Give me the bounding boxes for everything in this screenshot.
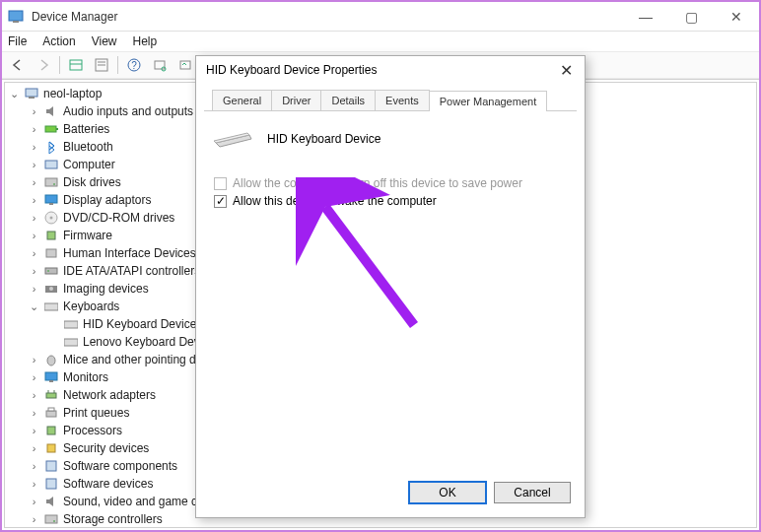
- expand-icon[interactable]: ›: [29, 266, 39, 277]
- toolbar-help-icon[interactable]: ?: [122, 53, 146, 77]
- checkbox-row-wake[interactable]: ✓ Allow this device to wake the computer: [214, 194, 567, 208]
- checkbox-wake-label: Allow this device to wake the computer: [233, 194, 437, 208]
- svg-point-18: [53, 183, 55, 185]
- tab-driver[interactable]: Driver: [271, 90, 321, 110]
- tree-item-label: Batteries: [63, 122, 109, 136]
- collapse-icon[interactable]: ⌄: [9, 89, 20, 100]
- menu-help[interactable]: Help: [133, 34, 158, 48]
- menu-action[interactable]: Action: [42, 34, 75, 48]
- expand-icon[interactable]: ›: [29, 142, 39, 153]
- toolbar-update-icon[interactable]: [173, 53, 197, 77]
- svg-rect-29: [44, 303, 58, 310]
- svg-rect-9: [155, 61, 165, 69]
- expand-icon[interactable]: ›: [29, 372, 39, 383]
- tab-general[interactable]: General: [212, 90, 272, 110]
- expand-icon[interactable]: ›: [29, 195, 39, 206]
- expand-icon[interactable]: ›: [29, 284, 39, 295]
- expand-icon[interactable]: [48, 337, 59, 348]
- svg-rect-12: [26, 89, 37, 97]
- device-icon: [43, 281, 59, 297]
- tree-item-label: Firmware: [63, 229, 112, 242]
- device-icon: [43, 405, 59, 421]
- expand-icon[interactable]: ›: [29, 426, 39, 436]
- expand-icon[interactable]: [48, 319, 59, 330]
- svg-rect-41: [47, 444, 55, 452]
- back-button[interactable]: [6, 53, 30, 77]
- properties-dialog: HID Keyboard Device Properties ✕ General…: [195, 55, 586, 518]
- device-icon: [43, 352, 59, 367]
- expand-icon[interactable]: ›: [29, 461, 39, 472]
- device-icon: [43, 157, 59, 172]
- dialog-titlebar[interactable]: HID Keyboard Device Properties ✕: [196, 56, 585, 84]
- svg-rect-40: [47, 427, 55, 434]
- expand-icon[interactable]: ›: [29, 177, 39, 188]
- tree-item-label: Human Interface Devices: [63, 246, 196, 260]
- svg-rect-15: [56, 128, 58, 130]
- tab-details[interactable]: Details: [320, 90, 376, 110]
- toolbar-scan-icon[interactable]: [148, 53, 172, 77]
- cancel-button[interactable]: Cancel: [494, 482, 571, 503]
- tree-item-label: Software devices: [63, 477, 153, 491]
- tab-strip: General Driver Details Events Power Mana…: [204, 90, 577, 111]
- expand-icon[interactable]: ›: [29, 160, 39, 170]
- keyboard-icon: [43, 299, 59, 314]
- expand-icon[interactable]: ›: [29, 355, 39, 366]
- svg-rect-13: [29, 97, 35, 99]
- svg-rect-19: [45, 195, 57, 203]
- svg-rect-20: [49, 203, 53, 205]
- expand-icon[interactable]: ›: [29, 497, 39, 507]
- tree-item-label: Disk drives: [63, 175, 121, 189]
- expand-icon[interactable]: ›: [29, 124, 39, 135]
- window-title: Device Manager: [32, 10, 623, 24]
- expand-icon[interactable]: ›: [29, 514, 39, 525]
- tree-item-label: Print queues: [63, 406, 129, 420]
- svg-point-28: [49, 287, 53, 291]
- dialog-close-button[interactable]: ✕: [551, 61, 581, 80]
- svg-point-45: [53, 520, 55, 522]
- tree-item-label: IDE ATA/ATAPI controllers: [63, 264, 200, 278]
- svg-rect-42: [46, 461, 56, 471]
- ok-button[interactable]: OK: [409, 482, 486, 503]
- device-icon: [43, 210, 59, 226]
- tree-item-label: DVD/CD-ROM drives: [63, 211, 174, 225]
- collapse-icon[interactable]: ⌄: [29, 301, 39, 312]
- expand-icon[interactable]: ›: [29, 231, 39, 241]
- device-icon: [43, 263, 59, 279]
- svg-rect-1: [13, 21, 19, 23]
- svg-rect-43: [46, 479, 56, 489]
- expand-icon[interactable]: ›: [29, 408, 39, 419]
- tab-events[interactable]: Events: [375, 90, 430, 110]
- menu-view[interactable]: View: [92, 34, 117, 48]
- expand-icon[interactable]: ›: [29, 106, 39, 117]
- device-icon: [43, 121, 59, 137]
- svg-point-22: [50, 217, 53, 220]
- device-icon: [43, 423, 59, 438]
- tree-item-label: Network adapters: [63, 388, 156, 402]
- toolbar-view-icon[interactable]: [64, 53, 88, 77]
- expand-icon[interactable]: ›: [29, 213, 39, 224]
- svg-rect-2: [70, 60, 82, 70]
- device-icon: [43, 440, 59, 456]
- maximize-button[interactable]: ▢: [668, 2, 714, 31]
- device-icon: [43, 369, 59, 385]
- device-icon: [43, 228, 59, 243]
- app-icon: [8, 9, 24, 25]
- checkbox-wake[interactable]: ✓: [214, 195, 227, 208]
- close-button[interactable]: ✕: [714, 2, 759, 31]
- expand-icon[interactable]: ›: [29, 479, 39, 490]
- tree-item-label: Imaging devices: [63, 282, 149, 296]
- dialog-title: HID Keyboard Device Properties: [206, 63, 551, 77]
- svg-rect-23: [47, 232, 55, 239]
- menu-bar: File Action View Help: [2, 32, 759, 51]
- computer-icon: [24, 86, 39, 101]
- menu-file[interactable]: File: [8, 34, 27, 48]
- minimize-button[interactable]: —: [623, 2, 668, 31]
- forward-button[interactable]: [32, 53, 55, 77]
- tree-root-label: neol-laptop: [43, 87, 102, 100]
- expand-icon[interactable]: ›: [29, 390, 39, 401]
- tab-power-management[interactable]: Power Management: [429, 91, 547, 111]
- expand-icon[interactable]: ›: [29, 443, 39, 454]
- expand-icon[interactable]: ›: [29, 248, 39, 259]
- svg-rect-39: [48, 408, 54, 411]
- toolbar-properties-icon[interactable]: [90, 53, 113, 77]
